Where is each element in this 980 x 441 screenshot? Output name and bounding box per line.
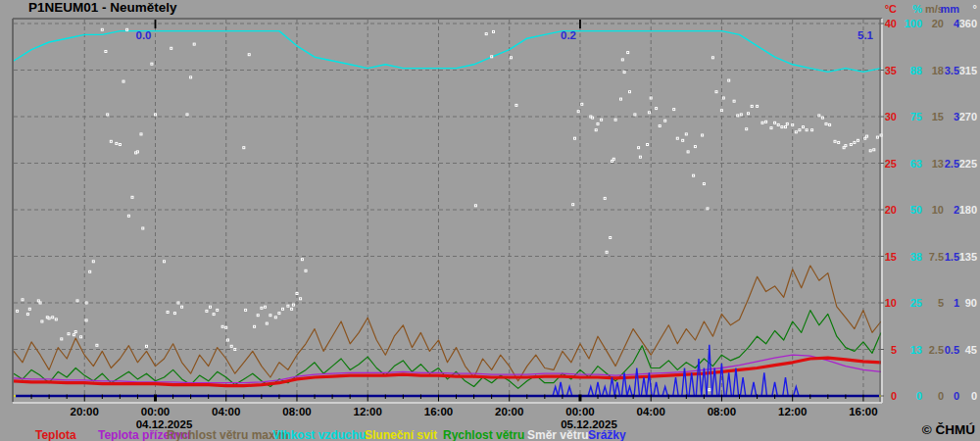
axis-tick-label: 315: [959, 65, 977, 76]
axis-unit-label: mm: [940, 3, 959, 15]
axis-tick-label: 40: [885, 18, 897, 29]
copyright-label: © ČHMÚ: [922, 422, 975, 437]
axis-tick-label: 1.5: [945, 251, 959, 263]
precip-total-label: 5.1: [858, 29, 874, 41]
time-tick-label: 08:00: [708, 406, 736, 417]
time-tick-label: 12:00: [778, 406, 807, 417]
axis-tick-label: 20: [885, 204, 897, 216]
axis-tick-label: 13: [910, 344, 922, 356]
precip-total-label: 0.0: [136, 29, 152, 41]
axis-tick-label: 45: [965, 344, 977, 356]
time-tick-label: 12:00: [353, 406, 381, 417]
axis-tick-label: 225: [959, 158, 977, 170]
legend-item-vlhkost-vzduchu: Vlhkost vzduchu: [272, 428, 366, 441]
axis-tick-label: 50: [910, 204, 922, 216]
legend-item-rychlost-v-tru-maxim: Rychlost větru maxim: [167, 428, 289, 441]
axis-tick-label: 5: [938, 297, 944, 309]
series-rychlost-v-tru-maxim: [14, 266, 881, 381]
axis-tick-label: 7.5: [929, 251, 944, 263]
axis-tick-label: 15: [885, 251, 897, 263]
axis-tick-label: 360: [959, 18, 977, 29]
chart-legend: TeplotaTeplota přízemníRychlost větru ma…: [0, 428, 980, 441]
weather-chart: 0.00.25.1°C4035302520151050%100887563503…: [0, 0, 980, 441]
time-tick-label: 04:00: [212, 406, 240, 417]
axis-tick-label: 88: [910, 65, 922, 76]
axis-tick-label: 35: [885, 65, 897, 76]
axis-tick-label: 0.5: [945, 344, 959, 356]
legend-item-slune-n-svit: Sluneční svit: [365, 428, 437, 441]
axis-tick-label: 0: [916, 390, 922, 402]
axis-tick-label: 100: [905, 18, 922, 29]
plot-grid: [14, 20, 881, 396]
axis-tick-label: 63: [910, 158, 922, 170]
axis-tick-label: 90: [965, 297, 977, 309]
axis-tick-label: 0: [971, 390, 977, 402]
axis-tick-label: 2.5: [945, 158, 959, 170]
axis-unit-label: %: [912, 3, 922, 15]
axis-tick-label: 270: [959, 111, 977, 122]
axis-tick-label: 2.5: [929, 344, 944, 356]
axis-tick-label: 5: [891, 344, 897, 356]
axis-tick-label: 10: [885, 297, 897, 309]
axis-tick-label: 1: [954, 297, 959, 309]
axis-tick-label: 75: [910, 111, 922, 122]
legend-item-teplota: Teplota: [35, 428, 76, 441]
axis-tick-label: 18: [932, 65, 944, 76]
legend-item-sr-ky: Srážky: [588, 428, 626, 441]
axis-tick-label: 25: [910, 297, 922, 309]
axis-tick-label: 0: [891, 390, 897, 402]
x-axis-labels: 20:0000:0004:0008:0012:0016:0020:0000:00…: [70, 406, 877, 430]
axis-tick-label: 10: [932, 204, 944, 216]
axis-tick-label: 135: [959, 251, 977, 263]
time-tick-label: 20:00: [495, 406, 523, 417]
axis-tick-label: 180: [959, 204, 977, 216]
legend-item-rychlost-v-tru: Rychlost větru: [443, 428, 524, 441]
axis-tick-label: 3.5: [945, 65, 959, 76]
axis-tick-label: 0: [954, 390, 959, 402]
time-tick-label: 08:00: [282, 406, 311, 417]
time-tick-label: 16:00: [424, 406, 453, 417]
precip-total-label: 0.2: [561, 29, 576, 41]
time-tick-label: 00:00: [565, 406, 594, 417]
axis-tick-label: 13: [932, 158, 944, 170]
axis-tick-label: 30: [885, 111, 897, 122]
axis-tick-label: 38: [910, 251, 922, 263]
chmu-station-graph-page: { "title": "P1NEUM01 - Neumětely", "copy…: [0, 0, 980, 441]
axis-tick-label: 25: [885, 158, 897, 170]
time-tick-label: 04:00: [636, 406, 664, 417]
axis-tick-label: 20: [932, 18, 944, 29]
axis-tick-label: 15: [932, 111, 944, 122]
time-tick-label: 16:00: [849, 406, 877, 417]
time-tick-label: 20:00: [70, 406, 98, 417]
axis-unit-label: °: [973, 3, 977, 15]
time-tick-label: 00:00: [141, 406, 170, 417]
legend-item-sm-r-v-tru: Směr větru: [527, 428, 589, 441]
right-axis-labels: °C4035302520151050%100887563503825130m/s…: [885, 3, 977, 402]
axis-tick-label: 0: [938, 390, 944, 402]
axis-unit-label: °C: [885, 3, 897, 15]
